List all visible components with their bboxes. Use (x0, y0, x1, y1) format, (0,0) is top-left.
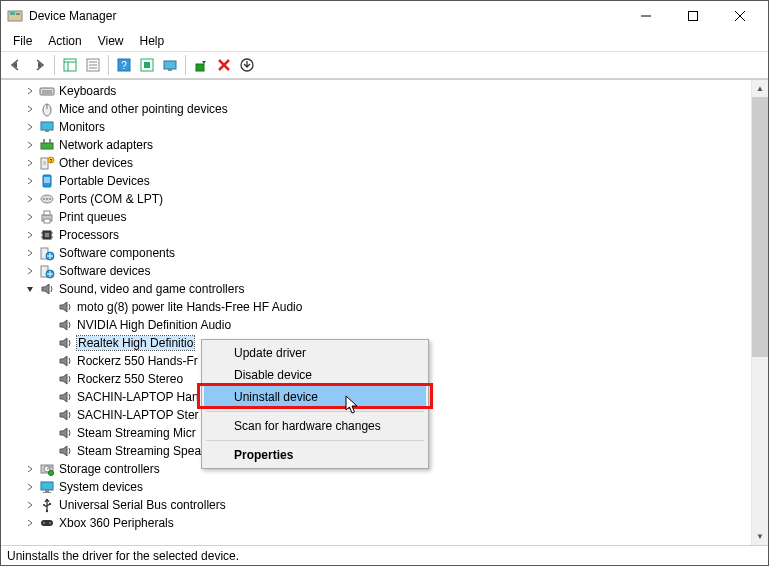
tree-row[interactable]: moto g(8) power lite Hands-Free HF Audio (1, 298, 750, 316)
properties-button[interactable] (82, 54, 104, 76)
tree-row-label: Software components (59, 246, 175, 260)
chevron-right-icon[interactable] (23, 246, 37, 260)
context-menu-item[interactable]: Properties (204, 444, 426, 466)
svg-rect-65 (49, 503, 51, 505)
tree-row-label: Network adapters (59, 138, 153, 152)
svg-point-41 (43, 198, 45, 200)
sound-icon (57, 407, 73, 423)
svg-rect-33 (49, 139, 51, 143)
chevron-right-icon[interactable] (23, 84, 37, 98)
disable-device-button[interactable] (236, 54, 258, 76)
menu-help[interactable]: Help (132, 32, 173, 50)
menubar: File Action View Help (1, 31, 768, 51)
chevron-right-icon[interactable] (23, 462, 37, 476)
other-icon: ? (39, 155, 55, 171)
chevron-right-icon[interactable] (23, 228, 37, 242)
svg-point-42 (46, 198, 48, 200)
tree-row-label: Rockerz 550 Hands-Fr (77, 354, 198, 368)
close-button[interactable] (717, 2, 762, 30)
tree-row[interactable]: System devices (1, 478, 750, 496)
window-title: Device Manager (29, 9, 623, 23)
chevron-right-icon[interactable] (23, 480, 37, 494)
software-icon (39, 263, 55, 279)
menu-action[interactable]: Action (40, 32, 89, 50)
svg-rect-19 (168, 69, 172, 71)
context-menu-item[interactable]: Uninstall device (204, 386, 426, 408)
svg-rect-61 (45, 490, 49, 492)
svg-rect-46 (44, 219, 50, 223)
svg-point-70 (49, 522, 51, 524)
minimize-button[interactable] (623, 2, 668, 30)
port-icon (39, 191, 55, 207)
context-menu-item[interactable]: Update driver (204, 342, 426, 364)
svg-rect-4 (688, 12, 697, 21)
chevron-down-icon[interactable] (23, 282, 37, 296)
chevron-right-icon[interactable] (23, 210, 37, 224)
chevron-right-icon[interactable] (23, 102, 37, 116)
context-menu: Update driverDisable deviceUninstall dev… (201, 339, 429, 469)
tree-row[interactable]: Print queues (1, 208, 750, 226)
vertical-scrollbar[interactable]: ▲ ▼ (751, 80, 768, 545)
svg-rect-7 (64, 59, 76, 71)
menu-file[interactable]: File (5, 32, 40, 50)
maximize-button[interactable] (670, 2, 715, 30)
chevron-right-icon[interactable] (23, 192, 37, 206)
chevron-right-icon[interactable] (23, 120, 37, 134)
tree-row[interactable]: Universal Serial Bus controllers (1, 496, 750, 514)
update-driver-button[interactable] (159, 54, 181, 76)
cpu-icon (39, 227, 55, 243)
chevron-right-icon[interactable] (23, 174, 37, 188)
chevron-right-icon[interactable] (23, 156, 37, 170)
svg-rect-18 (164, 61, 176, 69)
chevron-right-icon[interactable] (23, 138, 37, 152)
tree-row-label: Other devices (59, 156, 133, 170)
tree-row[interactable]: Ports (COM & LPT) (1, 190, 750, 208)
chevron-right-icon[interactable] (23, 516, 37, 530)
client-area: KeyboardsMice and other pointing devices… (1, 79, 768, 545)
tree-row[interactable]: Software devices (1, 262, 750, 280)
scan-hardware-button[interactable] (136, 54, 158, 76)
context-menu-item[interactable]: Scan for hardware changes (204, 415, 426, 437)
device-tree[interactable]: KeyboardsMice and other pointing devices… (1, 80, 750, 545)
svg-point-59 (49, 471, 54, 476)
tree-row[interactable]: Mice and other pointing devices (1, 100, 750, 118)
menu-view[interactable]: View (90, 32, 132, 50)
help-button[interactable]: ? (113, 54, 135, 76)
svg-rect-45 (44, 211, 50, 215)
tree-row-label: Mice and other pointing devices (59, 102, 228, 116)
tree-row-label: Software devices (59, 264, 150, 278)
tree-row[interactable]: Sound, video and game controllers (1, 280, 750, 298)
tree-row[interactable]: ?Other devices (1, 154, 750, 172)
tree-row-label: Processors (59, 228, 119, 242)
mouse-icon (39, 101, 55, 117)
back-button[interactable] (5, 54, 27, 76)
chevron-right-icon[interactable] (23, 498, 37, 512)
svg-rect-62 (43, 492, 51, 493)
portable-icon (39, 173, 55, 189)
forward-button[interactable] (28, 54, 50, 76)
tree-row-label: Steam Streaming Micr (77, 426, 196, 440)
scroll-up-button[interactable]: ▲ (752, 80, 768, 97)
uninstall-device-button[interactable] (213, 54, 235, 76)
tree-row[interactable]: Processors (1, 226, 750, 244)
tree-row[interactable]: Monitors (1, 118, 750, 136)
tree-row[interactable]: NVIDIA High Definition Audio (1, 316, 750, 334)
tree-row[interactable]: Software components (1, 244, 750, 262)
software-icon (39, 245, 55, 261)
scroll-thumb[interactable] (752, 97, 768, 357)
tree-row-label: Rockerz 550 Stereo (77, 372, 183, 386)
tree-row-label: Ports (COM & LPT) (59, 192, 163, 206)
monitor-icon (39, 119, 55, 135)
tree-row[interactable]: Keyboards (1, 82, 750, 100)
toolbar-separator (54, 55, 55, 75)
scroll-down-button[interactable]: ▼ (752, 528, 768, 545)
show-hide-tree-button[interactable] (59, 54, 81, 76)
tree-row[interactable]: Xbox 360 Peripherals (1, 514, 750, 532)
storage-icon (39, 461, 55, 477)
titlebar: Device Manager (1, 1, 768, 31)
tree-row[interactable]: Portable Devices (1, 172, 750, 190)
enable-device-button[interactable] (190, 54, 212, 76)
tree-row[interactable]: Network adapters (1, 136, 750, 154)
context-menu-item[interactable]: Disable device (204, 364, 426, 386)
chevron-right-icon[interactable] (23, 264, 37, 278)
